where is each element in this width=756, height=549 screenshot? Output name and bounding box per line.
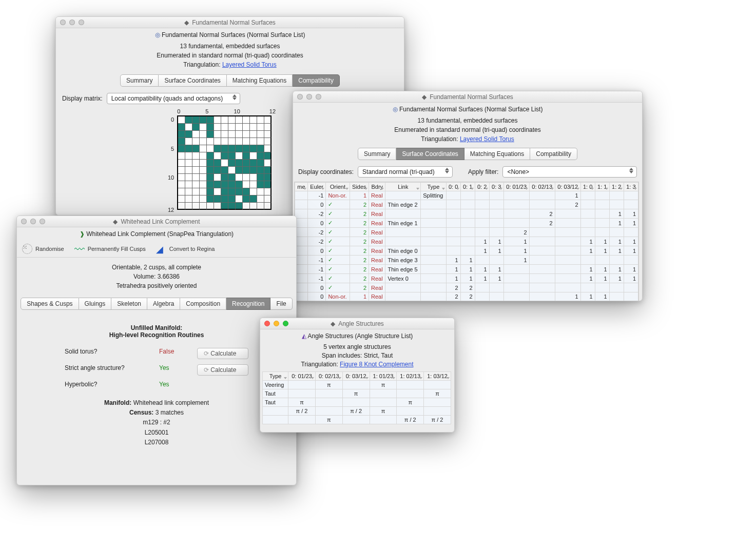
tab-recognition[interactable]: Recognition [226,298,270,310]
minimize-icon[interactable] [69,19,75,25]
strict-angle-label: Strict angle structure? [65,364,152,376]
display-matrix-select[interactable]: Local compatibility (quads and octagons) [107,93,240,104]
col-header[interactable]: 0: 01/23 [288,372,316,381]
tab-summary[interactable]: Summary [120,74,159,87]
table-row[interactable]: -2✓2Real1111111 [295,237,638,246]
table-row[interactable]: -2✓2Real211 [295,209,638,219]
col-header[interactable]: Euler [307,183,326,191]
angle-icon: ◭ [302,332,306,340]
col-header[interactable]: 0: 2 [475,183,489,191]
table-row[interactable]: Tautππ [263,389,451,398]
traffic-lights[interactable] [264,321,288,326]
tab-matching-equations[interactable]: Matching Equations [464,148,530,160]
table-row[interactable]: 0✓2RealThin edge 01111111 [295,246,638,256]
col-header[interactable]: Type [263,372,288,381]
calculate-button[interactable]: ⟳ Calculate [197,348,248,359]
tab-summary[interactable]: Summary [358,148,396,160]
calculate-button[interactable]: ⟳ Calculate [197,364,248,376]
minimize-icon[interactable] [274,321,279,326]
close-icon[interactable] [297,94,303,100]
col-header[interactable]: Link [385,183,421,191]
triangulation-link[interactable]: Layered Solid Torus [222,61,277,68]
minimize-icon[interactable] [306,94,312,100]
tab-compatibility[interactable]: Compatibility [530,148,577,160]
zoom-icon[interactable] [316,94,321,100]
zoom-icon[interactable] [40,219,45,224]
pea-icon: ❱ [80,230,85,238]
tab-gluings[interactable]: Gluings [79,298,112,310]
col-header[interactable]: 1: 2 [609,183,624,191]
table-row[interactable]: -2✓2Real2 [295,228,638,237]
traffic-lights[interactable] [21,219,45,224]
info-line: Enumerated in standard normal (tri-quad)… [293,125,642,134]
col-header[interactable]: Bdry [369,183,385,191]
col-header[interactable]: 1: 3 [624,183,638,191]
tab-compatibility[interactable]: Compatibility [293,74,340,87]
manifold-label: Manifold: [104,399,131,406]
table-row[interactable]: Veeringππ [263,381,451,389]
col-header[interactable]: 1: 1 [595,183,609,191]
table-row[interactable]: 0✓2Real22 [295,283,638,292]
col-header[interactable]: 0: 3 [489,183,503,191]
table-row[interactable]: 0Non-or.1Real22111 [295,292,638,301]
tabs-coords: SummarySurface CoordinatesMatching Equat… [293,144,642,164]
convert-button[interactable]: ◢Convert to Regina [156,244,215,254]
col-header[interactable]: 0: 01/23 [503,183,529,191]
coordinates-table[interactable]: meEulerOrientSidesBdryLinkType0: 00: 10:… [295,182,638,301]
table-row[interactable]: 0✓2RealThin edge 22 [295,200,638,209]
zoom-icon[interactable] [283,321,288,326]
table-row[interactable]: -1✓2RealVertex 011111111 [295,274,638,283]
col-header[interactable]: me [295,183,308,191]
col-header[interactable]: 0: 03/12 [342,372,370,381]
tab-shapes-cusps[interactable]: Shapes & Cusps [21,298,79,310]
titlebar[interactable]: ◆Fundamental Normal Surfaces [293,91,642,103]
table-row[interactable]: ππ / 2π / 2 [263,416,451,424]
census-value: 3 matches [156,409,184,416]
titlebar[interactable]: ◆Angle Structures [260,318,454,329]
col-header[interactable]: 0: 1 [460,183,475,191]
table-row[interactable]: Tautππ [263,398,451,407]
col-header[interactable]: 1: 01/23 [370,372,397,381]
randomise-button[interactable]: ⁙Randomise [22,244,64,254]
table-row[interactable]: -1✓2RealThin edge 3111 [295,256,638,265]
col-header[interactable]: 0: 02/13 [315,372,342,381]
col-header[interactable]: Orient [326,183,350,191]
close-icon[interactable] [264,321,270,326]
col-header[interactable]: 0: 02/13 [529,183,555,191]
tab-composition[interactable]: Composition [180,298,226,310]
table-row[interactable]: π / 2π / 2π [263,407,451,416]
tab-surface-coordinates[interactable]: Surface Coordinates [396,148,464,160]
traffic-lights[interactable] [297,94,321,100]
fill-cusps-button[interactable]: 〰Permanently Fill Cusps [74,244,146,254]
table-row[interactable]: -1✓2RealThin edge 511111111 [295,265,638,274]
tab-surface-coordinates[interactable]: Surface Coordinates [159,74,226,87]
tab-algebra[interactable]: Algebra [147,298,180,310]
table-row[interactable]: 0✓2RealThin edge 1211 [295,219,638,228]
minimize-icon[interactable] [30,219,36,224]
zoom-icon[interactable] [79,19,84,25]
col-header[interactable]: Sides [350,183,369,191]
manifold-value: Whitehead link complement [133,399,209,406]
triangulation-link[interactable]: Figure 8 Knot Complement [340,361,413,368]
angle-table[interactable]: Type0: 01/230: 02/130: 03/121: 01/231: 0… [262,371,451,424]
triangulation-link[interactable]: Layered Solid Torus [460,135,514,143]
col-header[interactable]: 0: 0 [446,183,460,191]
close-icon[interactable] [60,19,66,25]
titlebar[interactable]: ◆Whitehead Link Complement [17,216,296,227]
close-icon[interactable] [21,219,27,224]
subtitle: Whitehead Link Complement (SnapPea Trian… [86,230,234,238]
col-header[interactable]: 0: 03/12 [555,183,580,191]
col-header[interactable]: 1: 0 [580,183,595,191]
titlebar[interactable]: ◆Fundamental Normal Surfaces [56,17,404,28]
col-header[interactable]: 1: 02/13 [397,372,424,381]
tab-matching-equations[interactable]: Matching Equations [227,74,293,87]
col-header[interactable]: 1: 03/12 [424,372,451,381]
filter-select[interactable]: <None> [502,166,637,178]
traffic-lights[interactable] [60,19,84,25]
col-header[interactable]: Type [421,183,446,191]
tab-file[interactable]: File [270,298,292,310]
table-row[interactable]: -1Non-or.1RealSplitting1 [295,191,638,200]
tab-skeleton[interactable]: Skeleton [111,298,147,310]
coord-select[interactable]: Standard normal (tri-quad) [358,166,453,178]
heading: Unfilled Manifold: [17,324,296,331]
